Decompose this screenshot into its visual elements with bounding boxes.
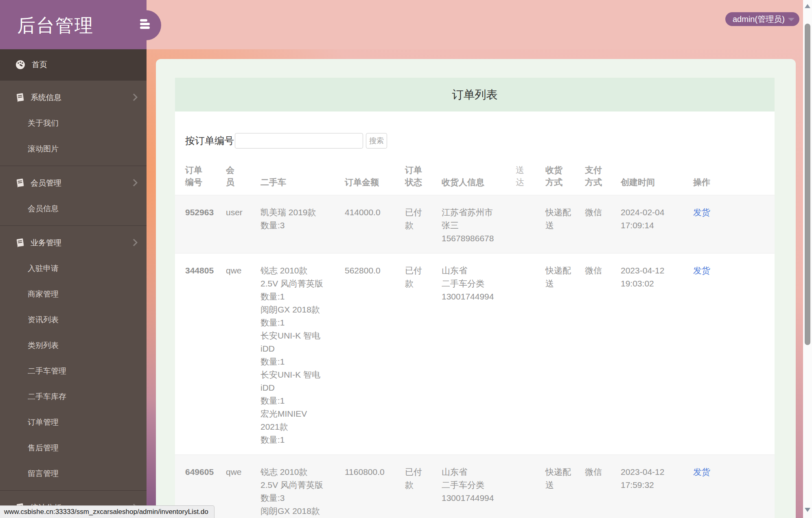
bars-icon bbox=[140, 26, 150, 29]
page-title: 订单列表 bbox=[175, 78, 775, 111]
screen: admin(管理员) 后台管理 首页 系统信息 bbox=[0, 0, 812, 518]
col-header-actions: 操作 bbox=[693, 160, 775, 195]
status-cell: 已付款 bbox=[405, 455, 442, 518]
gauge-icon bbox=[15, 59, 26, 70]
receiver-cell: 江苏省苏州市 张三 15678986678 bbox=[442, 195, 516, 254]
sidebar-header: 后台管理 bbox=[0, 0, 147, 49]
sidebar-item-aftersale-manage[interactable]: 售后管理 bbox=[0, 435, 147, 461]
car-cell: 锐志 2010款 2.5V 风尚菁英版 数量:3 阅朗GX 2018款 数量:1 bbox=[260, 455, 345, 518]
content-card: 订单列表 按订单编号 搜索 订单编号 会员 二手车 订单金额 订 bbox=[156, 59, 796, 518]
delivered-cell bbox=[516, 254, 545, 455]
search-label: 按订单编号 bbox=[185, 134, 234, 147]
sidebar-group-members: 会员管理 会员信息 bbox=[0, 166, 147, 225]
member-cell: user bbox=[226, 195, 260, 254]
amount-cell: 562800.0 bbox=[345, 254, 405, 455]
status-cell: 已付款 bbox=[405, 254, 442, 455]
sidebar-item-label: 售后管理 bbox=[28, 443, 59, 453]
member-cell: qwe bbox=[226, 455, 260, 518]
status-bar-url: www.csbishe.cn:33333/ssm_zxcarsaleshop/a… bbox=[0, 505, 214, 518]
col-header-status: 订单状态 bbox=[405, 160, 442, 195]
sidebar-item-label: 类别列表 bbox=[28, 340, 59, 351]
col-header-car: 二手车 bbox=[260, 160, 345, 195]
sidebar-item-label: 首页 bbox=[32, 59, 47, 70]
col-header-shipping: 收货方式 bbox=[545, 160, 585, 195]
ship-action-link[interactable]: 发货 bbox=[693, 208, 710, 217]
sidebar-item-label: 关于我们 bbox=[28, 118, 59, 129]
book-icon bbox=[15, 93, 25, 103]
sidebar-item-carousel-images[interactable]: 滚动图片 bbox=[0, 136, 147, 162]
book-icon bbox=[15, 178, 25, 188]
sidebar-item-category-list[interactable]: 类别列表 bbox=[0, 332, 147, 358]
table-row: 344805 qwe 锐志 2010款 2.5V 风尚菁英版 数量:1 阅朗GX… bbox=[175, 254, 775, 455]
bars-icon bbox=[140, 23, 150, 25]
sidebar-item-label: 订单管理 bbox=[28, 417, 59, 428]
col-header-delivered: 送达 bbox=[516, 160, 545, 195]
payment-cell: 微信 bbox=[585, 455, 621, 518]
order-no-search-input[interactable] bbox=[235, 133, 363, 149]
sidebar-item-label: 留言管理 bbox=[28, 468, 59, 479]
car-cell: 凯美瑞 2019款 数量:3 bbox=[260, 195, 345, 254]
col-header-receiver: 收货人信息 bbox=[442, 160, 516, 195]
search-row: 按订单编号 搜索 bbox=[185, 133, 775, 149]
shipping-cell: 快递配送 bbox=[545, 455, 585, 518]
sidebar-section-business[interactable]: 业务管理 bbox=[0, 230, 147, 256]
sidebar-item-merchant-manage[interactable]: 商家管理 bbox=[0, 281, 147, 307]
sidebar-section-label: 业务管理 bbox=[31, 238, 61, 248]
scrollbar-thumb[interactable] bbox=[805, 24, 810, 345]
amount-cell: 1160800.0 bbox=[345, 455, 405, 518]
sidebar-item-label: 商家管理 bbox=[28, 289, 59, 299]
status-cell: 已付款 bbox=[405, 195, 442, 254]
col-header-created: 创建时间 bbox=[621, 160, 693, 195]
created-cell: 2023-04-12 17:59:32 bbox=[621, 455, 693, 518]
sidebar-item-news-list[interactable]: 资讯列表 bbox=[0, 307, 147, 332]
sidebar-item-label: 二手车管理 bbox=[28, 366, 66, 376]
col-header-amount: 订单金额 bbox=[345, 160, 405, 195]
sidebar-item-member-info[interactable]: 会员信息 bbox=[0, 196, 147, 221]
order-no-cell: 952963 bbox=[175, 195, 226, 254]
sidebar-item-usedcar-inventory[interactable]: 二手车库存 bbox=[0, 384, 147, 409]
sidebar-item-message-manage[interactable]: 留言管理 bbox=[0, 461, 147, 486]
scroll-down-icon[interactable] bbox=[805, 508, 810, 512]
sidebar-section-members[interactable]: 会员管理 bbox=[0, 170, 147, 196]
search-button[interactable]: 搜索 bbox=[366, 133, 387, 149]
chevron-right-icon bbox=[133, 238, 138, 249]
chevron-right-icon bbox=[133, 93, 138, 103]
created-cell: 2023-04-12 19:03:02 bbox=[621, 254, 693, 455]
vertical-scrollbar[interactable] bbox=[803, 0, 812, 518]
sidebar-item-order-manage[interactable]: 订单管理 bbox=[0, 409, 147, 435]
bars-icon bbox=[140, 19, 147, 22]
sidebar-item-usedcar-manage[interactable]: 二手车管理 bbox=[0, 358, 147, 384]
shipping-cell: 快递配送 bbox=[545, 195, 585, 254]
table-header-row: 订单编号 会员 二手车 订单金额 订单状态 收货人信息 送达 收货方式 支付方式… bbox=[175, 160, 775, 195]
sidebar-item-label: 入驻申请 bbox=[28, 263, 59, 274]
col-header-order-no: 订单编号 bbox=[175, 160, 226, 195]
app-title: 后台管理 bbox=[17, 13, 94, 38]
ship-action-link[interactable]: 发货 bbox=[693, 266, 710, 275]
member-cell: qwe bbox=[226, 254, 260, 455]
book-icon bbox=[15, 238, 25, 248]
sidebar-item-label: 滚动图片 bbox=[28, 144, 59, 154]
sidebar: 后台管理 首页 系统信息 关于我们 bbox=[0, 0, 147, 518]
receiver-cell: 山东省 二手车分类 13001744994 bbox=[442, 455, 516, 518]
sidebar-item-merchant-apply[interactable]: 入驻申请 bbox=[0, 256, 147, 281]
sidebar-group-business: 业务管理 入驻申请 商家管理 资讯列表 类别列表 二手车管理 二手车库存 订单管… bbox=[0, 225, 147, 490]
shipping-cell: 快递配送 bbox=[545, 254, 585, 455]
user-menu-button[interactable]: admin(管理员) bbox=[725, 12, 799, 26]
scroll-up-icon[interactable] bbox=[805, 4, 810, 8]
sidebar-group-system: 系统信息 关于我们 滚动图片 bbox=[0, 80, 147, 166]
col-header-member: 会员 bbox=[226, 160, 260, 195]
ship-action-link[interactable]: 发货 bbox=[693, 467, 710, 476]
caret-down-icon bbox=[788, 18, 794, 21]
col-header-payment: 支付方式 bbox=[585, 160, 621, 195]
sidebar-item-home[interactable]: 首页 bbox=[0, 49, 147, 80]
sidebar-toggle-button[interactable] bbox=[131, 10, 161, 40]
payment-cell: 微信 bbox=[585, 254, 621, 455]
sidebar-item-label: 资讯列表 bbox=[28, 315, 59, 325]
sidebar-menu: 首页 系统信息 关于我们 滚动图片 bbox=[0, 49, 147, 518]
sidebar-item-about-us[interactable]: 关于我们 bbox=[0, 110, 147, 136]
order-list-panel: 订单列表 按订单编号 搜索 订单编号 会员 二手车 订单金额 订 bbox=[175, 78, 775, 518]
sidebar-section-system[interactable]: 系统信息 bbox=[0, 85, 147, 110]
orders-table: 订单编号 会员 二手车 订单金额 订单状态 收货人信息 送达 收货方式 支付方式… bbox=[175, 160, 775, 518]
created-cell: 2024-02-04 17:09:14 bbox=[621, 195, 693, 254]
table-row: 952963 user 凯美瑞 2019款 数量:3 414000.0 已付款 … bbox=[175, 195, 775, 254]
